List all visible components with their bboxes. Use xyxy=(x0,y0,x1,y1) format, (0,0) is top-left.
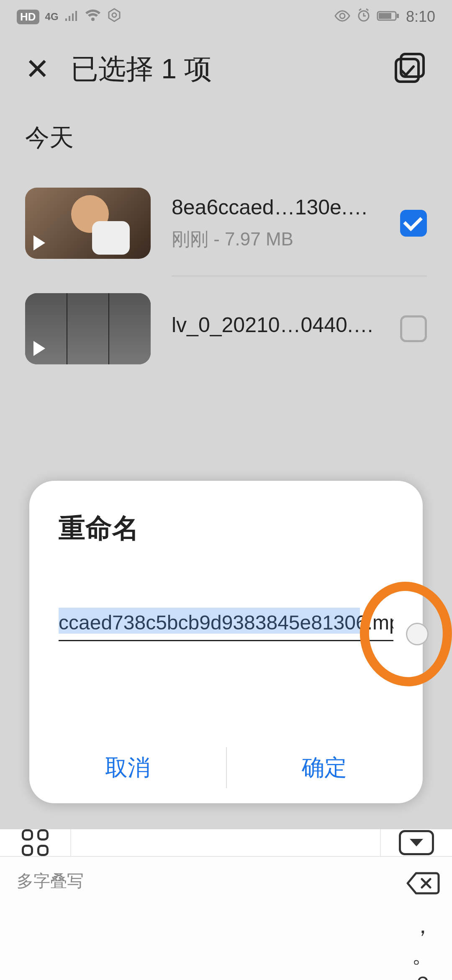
text-selection-highlight xyxy=(59,608,360,634)
cancel-button[interactable]: 取消 xyxy=(29,732,226,803)
candidate-bar[interactable] xyxy=(71,829,381,856)
backspace-icon xyxy=(405,871,440,897)
backspace-key[interactable] xyxy=(393,857,452,911)
keyboard-apps-button[interactable] xyxy=(0,829,71,856)
handwriting-hint: 多字叠写 xyxy=(17,869,377,892)
handwriting-area[interactable]: 多字叠写 xyxy=(0,857,393,980)
confirm-button[interactable]: 确定 xyxy=(226,732,423,803)
punct-key-comma[interactable]: ， xyxy=(412,911,434,941)
punct-key-question[interactable]: ？ xyxy=(412,970,434,980)
dialog-title: 重命名 xyxy=(59,510,393,547)
keyboard-collapse-button[interactable] xyxy=(381,830,452,855)
keyboard-toolbar xyxy=(0,829,452,857)
selection-handle-icon[interactable] xyxy=(406,623,429,645)
punct-key-period[interactable]: 。 xyxy=(412,941,434,970)
chevron-down-icon xyxy=(399,830,434,855)
ime-keyboard: 多字叠写 ， 。 ？ ！ 符 中 /英 半 /全 xyxy=(0,829,452,980)
apps-grid-icon xyxy=(22,829,49,856)
rename-dialog: 重命名 取消 确定 xyxy=(29,481,423,803)
